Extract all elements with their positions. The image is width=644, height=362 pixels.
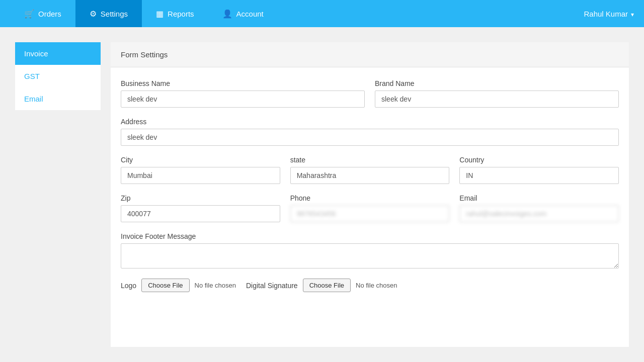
zip-label: Zip xyxy=(121,194,280,202)
sidebar-item-gst[interactable]: GST xyxy=(15,65,101,87)
signature-no-file-text: No file chosen xyxy=(356,282,397,289)
file-upload-row: Logo Choose File No file chosen Digital … xyxy=(121,279,619,292)
footer-message-label: Invoice Footer Message xyxy=(121,232,619,240)
phone-label: Phone xyxy=(290,194,450,202)
group-city: City xyxy=(121,156,280,184)
settings-icon: ⚙ xyxy=(90,9,97,19)
zip-input[interactable] xyxy=(121,205,280,222)
footer-message-input[interactable] xyxy=(121,243,619,268)
country-input[interactable] xyxy=(459,167,619,184)
city-input[interactable] xyxy=(121,167,280,184)
form-body: Business Name Brand Name Address City xyxy=(111,67,629,304)
row-business-brand: Business Name Brand Name xyxy=(121,79,619,108)
main-layout: Invoice GST Email Form Settings Business… xyxy=(0,27,644,362)
row-footer-message: Invoice Footer Message xyxy=(121,232,619,268)
row-zip-phone-email: Zip Phone Email xyxy=(121,194,619,222)
orders-icon: 🛒 xyxy=(24,9,34,19)
form-panel: Form Settings Business Name Brand Name A… xyxy=(111,42,629,347)
reports-icon: ▦ xyxy=(156,9,164,19)
nav-settings[interactable]: ⚙ Settings xyxy=(75,0,142,27)
country-label: Country xyxy=(459,156,619,164)
brand-name-label: Brand Name xyxy=(375,79,619,87)
group-email: Email xyxy=(459,194,619,222)
address-label: Address xyxy=(121,118,619,126)
nav-orders-label: Orders xyxy=(38,10,61,18)
phone-input[interactable] xyxy=(290,205,450,222)
logo-no-file-text: No file chosen xyxy=(195,282,236,289)
nav-reports[interactable]: ▦ Reports xyxy=(142,0,208,27)
user-dropdown-icon xyxy=(631,10,634,18)
state-label: state xyxy=(290,156,450,164)
digital-signature-label: Digital Signature xyxy=(246,282,298,290)
user-menu[interactable]: Rahul Kumar xyxy=(584,10,634,18)
group-phone: Phone xyxy=(290,194,450,222)
nav-orders[interactable]: 🛒 Orders xyxy=(10,0,75,27)
brand-name-input[interactable] xyxy=(375,90,619,108)
nav-account[interactable]: 👤 Account xyxy=(208,0,278,27)
group-country: Country xyxy=(459,156,619,184)
row-address: Address xyxy=(121,118,619,146)
business-name-label: Business Name xyxy=(121,79,365,87)
sidebar: Invoice GST Email xyxy=(15,42,101,347)
user-name: Rahul Kumar xyxy=(584,10,628,18)
account-icon: 👤 xyxy=(222,9,232,19)
logo-choose-file-button[interactable]: Choose File xyxy=(141,279,189,292)
signature-choose-file-button[interactable]: Choose File xyxy=(303,279,351,292)
navbar: 🛒 Orders ⚙ Settings ▦ Reports 👤 Account … xyxy=(0,0,644,27)
signature-upload-group: Digital Signature Choose File No file ch… xyxy=(246,279,397,292)
nav-reports-label: Reports xyxy=(168,10,194,18)
row-city-state-country: City state Country xyxy=(121,156,619,184)
form-title: Form Settings xyxy=(121,50,168,59)
sidebar-item-invoice[interactable]: Invoice xyxy=(15,42,101,65)
nav-settings-label: Settings xyxy=(101,10,128,18)
nav-account-label: Account xyxy=(236,10,264,18)
group-footer-message: Invoice Footer Message xyxy=(121,232,619,268)
logo-upload-group: Logo Choose File No file chosen xyxy=(121,279,236,292)
email-input[interactable] xyxy=(459,205,619,222)
logo-label: Logo xyxy=(121,282,136,290)
state-input[interactable] xyxy=(290,167,450,184)
group-zip: Zip xyxy=(121,194,280,222)
group-state: state xyxy=(290,156,450,184)
sidebar-item-email[interactable]: Email xyxy=(15,87,101,110)
address-input[interactable] xyxy=(121,129,619,146)
business-name-input[interactable] xyxy=(121,90,365,108)
city-label: City xyxy=(121,156,280,164)
group-brand-name: Brand Name xyxy=(375,79,619,108)
group-address: Address xyxy=(121,118,619,146)
form-header: Form Settings xyxy=(111,42,629,67)
nav-items: 🛒 Orders ⚙ Settings ▦ Reports 👤 Account xyxy=(10,0,584,27)
email-label: Email xyxy=(459,194,619,202)
group-business-name: Business Name xyxy=(121,79,365,108)
